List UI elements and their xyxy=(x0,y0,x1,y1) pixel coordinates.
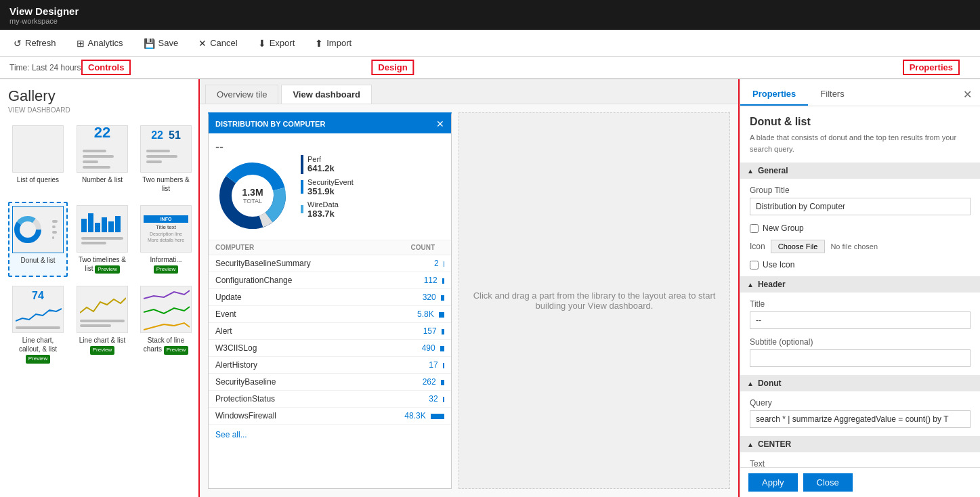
props-input-query[interactable] xyxy=(750,410,971,428)
refresh-icon: ↺ xyxy=(14,38,22,49)
gallery-label-number-list: Number & list xyxy=(77,175,128,184)
cell-computer: ConfigurationChange xyxy=(209,272,371,289)
new-group-label[interactable]: New Group xyxy=(763,223,804,233)
table-row[interactable]: SecurityBaseline 262 xyxy=(209,374,451,391)
tab-view-dashboard[interactable]: View dashboard xyxy=(281,85,371,104)
gallery-visual-list-queries xyxy=(12,125,64,173)
props-group-general[interactable]: ▲ General xyxy=(740,163,980,179)
gallery-visual-two-timelines xyxy=(77,205,128,253)
table-row[interactable]: AlertHistory 17 xyxy=(209,357,451,374)
table-row[interactable]: Alert 157 xyxy=(209,323,451,340)
props-group-center[interactable]: ▲ CENTER xyxy=(740,436,980,452)
gallery-item-two-timelines[interactable]: Two timelines & list Preview xyxy=(73,202,131,277)
new-group-checkbox[interactable] xyxy=(750,224,759,233)
gallery-item-line-list[interactable]: Line chart & list Preview xyxy=(73,282,131,366)
gallery-item-donut-list[interactable]: Donut & list xyxy=(8,202,68,277)
gallery-item-information[interactable]: INFO Title text Description line More de… xyxy=(137,202,195,277)
cancel-button[interactable]: ✕ Cancel xyxy=(194,35,241,51)
gallery-visual-line-callout: 74 xyxy=(12,286,64,333)
gallery-item-two-numbers[interactable]: 22 51 Two numbers & list xyxy=(137,122,195,196)
props-field-center-text: Text xyxy=(750,459,971,467)
tab-overview-tile[interactable]: Overview tile xyxy=(205,85,278,104)
export-button[interactable]: ⬇ Export xyxy=(254,35,299,51)
save-button[interactable]: 💾 Save xyxy=(140,35,183,51)
cell-count: 320 xyxy=(371,289,451,306)
dist-close-button[interactable]: ✕ xyxy=(436,118,444,129)
cell-computer: W3CIISLog xyxy=(209,340,371,357)
dist-title: DISTRIBUTION BY COMPUTER xyxy=(215,120,325,128)
props-input-title[interactable] xyxy=(750,311,971,329)
cell-count: 262 xyxy=(371,374,451,391)
gallery-item-number-list[interactable]: 22 Number & list xyxy=(73,122,131,196)
props-header: Properties Filters ✕ xyxy=(740,79,980,106)
drop-zone-text: Click and drag a part from the library t… xyxy=(459,290,729,311)
export-icon: ⬇ xyxy=(258,38,266,49)
gallery-item-line-callout[interactable]: 74 Line chart, callout, & list Preview xyxy=(8,282,68,366)
cell-computer: ProtectionStatus xyxy=(209,391,371,408)
gallery-visual-stack-lines xyxy=(140,286,192,333)
table-row[interactable]: Update 320 xyxy=(209,289,451,306)
legend-value-wiredata: 183.7k xyxy=(307,209,339,219)
use-icon-label[interactable]: Use Icon xyxy=(763,260,794,269)
dist-dash-label: -- xyxy=(215,140,290,154)
no-file-text: No file chosen xyxy=(830,242,878,251)
gallery-item-stack-lines[interactable]: Stack of line charts Preview xyxy=(137,282,195,366)
design-panel: Overview tile View dashboard DISTRIBUTIO… xyxy=(200,79,740,497)
gallery-label-two-numbers: Two numbers & list xyxy=(140,175,192,193)
preview-badge-info: Preview xyxy=(154,265,178,274)
props-input-subtitle[interactable] xyxy=(750,349,971,367)
props-field-subtitle: Subtitle (optional) xyxy=(750,337,971,367)
props-label-center-text: Text xyxy=(750,459,971,467)
close-button[interactable]: Close xyxy=(803,473,853,492)
table-row[interactable]: SecurityBaselineSummary 2 xyxy=(209,255,451,272)
table-row[interactable]: W3CIISLog 490 xyxy=(209,340,451,357)
toolbar: ↺ Refresh ⊞ Analytics 💾 Save ✕ Cancel ⬇ … xyxy=(0,30,980,57)
use-icon-checkbox[interactable] xyxy=(750,261,759,269)
cell-count: 2 xyxy=(371,255,451,272)
props-tab-properties[interactable]: Properties xyxy=(740,83,808,106)
gallery-label-line-list: Line chart & list Preview xyxy=(77,336,128,354)
props-group-header[interactable]: ▲ Header xyxy=(740,276,980,293)
gallery-title: Gallery xyxy=(8,87,190,105)
props-input-group-title[interactable] xyxy=(750,198,971,215)
gallery-label-line-callout: Line chart, callout, & list Preview xyxy=(12,336,64,363)
cell-computer: WindowsFirewall xyxy=(209,408,371,425)
design-tabs: Overview tile View dashboard xyxy=(200,79,738,104)
analytics-button[interactable]: ⊞ Analytics xyxy=(72,35,127,51)
table-row[interactable]: ConfigurationChange 112 xyxy=(209,272,451,289)
properties-label: Properties xyxy=(903,60,960,75)
col-header-count: COUNT xyxy=(371,240,451,255)
table-row[interactable]: Event 5.8K xyxy=(209,306,451,323)
properties-panel: Properties Filters ✕ Donut & list A blad… xyxy=(740,79,980,497)
legend-bar-wiredata xyxy=(301,205,303,213)
props-close-button[interactable]: ✕ xyxy=(963,88,972,101)
import-icon: ⬆ xyxy=(315,38,323,49)
props-section-desc: A blade that consists of donut and the t… xyxy=(750,132,971,154)
drop-zone[interactable]: Click and drag a part from the library t… xyxy=(459,112,730,489)
gallery-visual-donut-list xyxy=(12,206,64,253)
props-group-donut[interactable]: ▲ Donut xyxy=(740,375,980,391)
import-button[interactable]: ⬆ Import xyxy=(311,35,356,51)
gallery-subtitle: VIEW DASHBOARD xyxy=(8,106,190,114)
choose-file-button[interactable]: Choose File xyxy=(771,240,826,253)
apply-button[interactable]: Apply xyxy=(748,473,798,492)
dist-chart-area: -- xyxy=(209,133,451,240)
gallery-item-list-queries[interactable]: List of queries xyxy=(8,122,68,196)
props-field-query: Query xyxy=(750,398,971,428)
table-row[interactable]: ProtectionStatus 32 xyxy=(209,391,451,408)
refresh-button[interactable]: ↺ Refresh xyxy=(9,35,60,51)
design-content: DISTRIBUTION BY COMPUTER ✕ -- xyxy=(200,104,738,497)
see-all-link[interactable]: See all... xyxy=(209,425,451,445)
table-row[interactable]: WindowsFirewall 48.3K xyxy=(209,408,451,425)
collapse-icon-general: ▲ xyxy=(747,167,754,175)
cell-count: 48.3K xyxy=(371,408,451,425)
controls-label: Controls xyxy=(81,60,131,75)
cell-computer: SecurityBaseline xyxy=(209,374,371,391)
preview-badge-timelines: Preview xyxy=(95,265,119,274)
gallery-visual-two-numbers: 22 51 xyxy=(140,125,192,173)
donut-total-value: 1.3M xyxy=(242,187,263,198)
title-bar: View Designer my-workspace xyxy=(0,0,980,30)
preview-badge-callout: Preview xyxy=(26,355,50,363)
dist-table-body: SecurityBaselineSummary 2 ConfigurationC… xyxy=(209,255,451,425)
props-tab-filters[interactable]: Filters xyxy=(808,83,856,106)
